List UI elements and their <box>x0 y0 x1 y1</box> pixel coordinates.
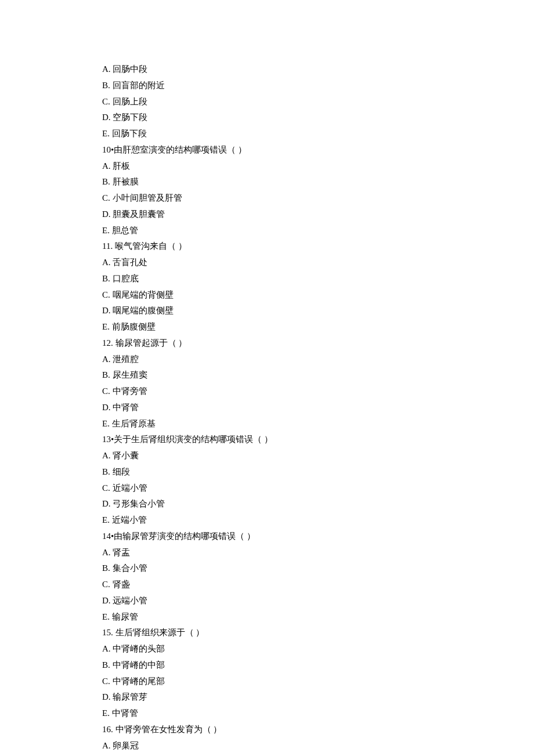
text-line: 14•由输尿管芽演变的结构哪项错误（ ） <box>102 529 534 545</box>
text-line: 15. 生后肾组织来源于（ ） <box>102 625 534 641</box>
text-line: 10•由肝憩室演变的结构哪项错误（ ） <box>102 142 534 158</box>
text-line: 16. 中肾旁管在女性发育为（ ） <box>102 722 534 738</box>
text-line: B. 中肾嵴的中部 <box>102 657 534 674</box>
text-line: E. 中肾管 <box>102 706 534 722</box>
text-line: C. 肾盏 <box>102 577 534 593</box>
text-line: A. 肾盂 <box>102 545 534 561</box>
text-line: D. 中肾管 <box>102 400 534 416</box>
text-line: A. 肝板 <box>102 158 534 175</box>
text-line: C. 回肠上段 <box>102 94 534 110</box>
text-line: A. 肾小囊 <box>102 448 534 464</box>
text-line: A. 舌盲孔处 <box>102 255 534 271</box>
text-line: D. 咽尾端的腹侧壁 <box>102 303 534 319</box>
text-line: B. 集合小管 <box>102 560 534 577</box>
text-line: D. 弓形集合小管 <box>102 496 534 512</box>
text-line: E. 回肠下段 <box>102 126 534 142</box>
text-line: B. 回盲部的附近 <box>102 78 534 94</box>
text-line: E. 前肠腹侧壁 <box>102 319 534 335</box>
text-line: A. 回肠中段 <box>102 62 534 78</box>
text-line: C. 咽尾端的背侧壁 <box>102 287 534 303</box>
text-line: 11. 喉气管沟来自（ ） <box>102 238 534 255</box>
text-line: A. 卵巢冠 <box>102 738 534 754</box>
text-line: E. 近端小管 <box>102 512 534 529</box>
text-line: D. 远端小管 <box>102 593 534 609</box>
text-line: E. 生后肾原基 <box>102 416 534 432</box>
text-line: C. 中肾旁管 <box>102 384 534 400</box>
text-line: D. 胆囊及胆囊管 <box>102 207 534 223</box>
text-line: A. 泄殖腔 <box>102 352 534 368</box>
text-line: B. 肝被膜 <box>102 174 534 190</box>
text-line: C. 小叶间胆管及肝管 <box>102 190 534 207</box>
text-line: 13•关于生后肾组织演变的结构哪项错误（ ） <box>102 432 534 448</box>
text-line: B. 口腔底 <box>102 271 534 287</box>
text-line: B. 细段 <box>102 464 534 480</box>
text-line: E. 胆总管 <box>102 223 534 239</box>
text-line: C. 中肾嵴的尾部 <box>102 674 534 690</box>
text-line: B. 尿生殖窦 <box>102 367 534 384</box>
text-line: A. 中肾嵴的头部 <box>102 641 534 657</box>
text-line: E. 输尿管 <box>102 609 534 625</box>
text-line: D. 空肠下段 <box>102 110 534 126</box>
text-line: D. 输尿管芽 <box>102 689 534 706</box>
text-line: C. 近端小管 <box>102 480 534 497</box>
text-line: 12. 输尿管起源于（ ） <box>102 335 534 352</box>
